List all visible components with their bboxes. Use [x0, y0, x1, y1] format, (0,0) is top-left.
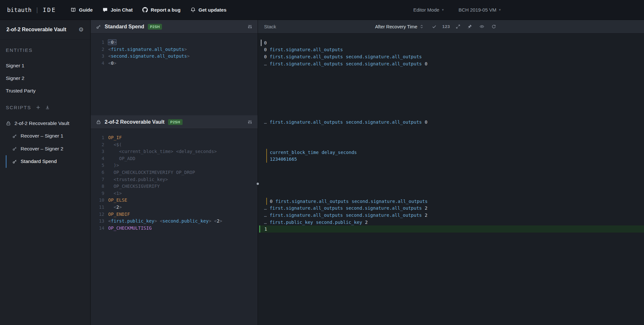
github-icon — [142, 7, 148, 13]
stack-item: second.public_key — [316, 220, 362, 225]
pin-icon[interactable] — [464, 24, 476, 29]
code-line[interactable]: 6 OP_CHECKLOCKTIMEVERIFY OP_DROP — [91, 169, 258, 176]
code-line[interactable]: 12OP_ENDIF — [91, 211, 258, 218]
stack-item: … — [264, 61, 267, 66]
stack-item: 1 — [264, 226, 267, 232]
eye-icon[interactable] — [476, 24, 488, 29]
sliders-icon[interactable] — [247, 119, 252, 125]
number-format-toggle[interactable]: 123 — [440, 24, 452, 29]
book-icon — [71, 7, 76, 13]
stack-row: …first.signature.all_outputssecond.signa… — [258, 212, 644, 219]
stack-item: 0 — [264, 40, 267, 45]
stack-item: current_block_time — [270, 150, 319, 155]
code-line[interactable]: 2 <$( — [91, 141, 258, 148]
code-editor-locking[interactable]: 1OP_IF2 <$(3 <current_block_time> <delay… — [91, 129, 258, 232]
key-icon — [12, 134, 17, 139]
stack-row: 0first.signature.all_outputssecond.signa… — [258, 53, 644, 60]
stack-row: …first.signature.all_outputssecond.signa… — [258, 205, 644, 212]
scripts-list: 2-of-2 Recoverable Vault Recover – Signe… — [0, 117, 90, 168]
entities-label: ENTITIES — [6, 47, 33, 53]
stack-row: 0first.signature.all_outputs — [258, 46, 644, 53]
line-number: 2 — [91, 46, 104, 53]
stack-item: first.signature.all_outputs — [270, 213, 343, 218]
key-icon — [12, 159, 17, 164]
line-number: 8 — [91, 183, 104, 190]
maximize-icon[interactable] — [452, 24, 464, 29]
chevron-down-icon: ▾ — [442, 8, 444, 12]
sidebar-script-vault[interactable]: 2-of-2 Recoverable Vault — [0, 117, 90, 130]
code-line[interactable]: 13<first.public_key> <second.public_key>… — [91, 218, 258, 225]
stack-item: 0 — [270, 199, 272, 204]
scripts-section-header: SCRIPTS — [0, 101, 90, 114]
stack-item: first.signature.all_outputs — [275, 199, 349, 204]
add-script-icon[interactable] — [36, 105, 41, 110]
lock-icon — [96, 119, 101, 125]
stack-header: Stack After Recovery Time 123 — [258, 20, 644, 33]
code-line[interactable]: 3 <current_block_time> <delay_seconds> — [91, 148, 258, 155]
sidebar-script-recover-signer-2[interactable]: Recover – Signer 2 — [6, 142, 90, 155]
vm-label: BCH 2019-05 VM — [459, 7, 497, 13]
top-bar: bitauth | IDE Guide Join Chat Report a b… — [0, 0, 644, 20]
stack-row: …first.signature.all_outputssecond.signa… — [258, 119, 644, 126]
script-label: Recover – Signer 1 — [21, 133, 63, 139]
vm-select[interactable]: BCH 2019-05 VM ▾ — [459, 7, 501, 13]
script-label: 2-of-2 Recoverable Vault — [14, 120, 69, 126]
code-line[interactable]: 14OP_CHECKMULTISIG — [91, 225, 258, 232]
code-line[interactable]: 4 OP_ADD — [91, 155, 258, 162]
evaluation-panel: Stack After Recovery Time 123 — [258, 20, 644, 325]
code-line[interactable]: 1<0> — [91, 39, 258, 46]
script-title: 2-of-2 Recoverable Vault — [105, 119, 165, 125]
nav-label: Get updates — [199, 7, 227, 13]
code-editor-unlocking[interactable]: 1<0>2<first.signature.all_outputs>3<seco… — [91, 33, 258, 67]
stack-item: first.signature.all_outputs — [270, 61, 343, 66]
script-label: Recover – Signer 2 — [21, 146, 63, 152]
code-line[interactable]: 5 )> — [91, 162, 258, 169]
code-line[interactable]: 11 <2> — [91, 204, 258, 211]
import-script-icon[interactable] — [45, 105, 50, 110]
join-chat-link[interactable]: Join Chat — [102, 7, 133, 13]
stack-row: …first.signature.all_outputssecond.signa… — [258, 60, 644, 67]
bitauth-logo[interactable]: bitauth | IDE — [7, 6, 56, 13]
code-line[interactable]: 7 <trusted.public_key> — [91, 176, 258, 183]
sliders-icon[interactable] — [247, 24, 252, 29]
p2sh-badge: P2SH — [148, 24, 162, 30]
scenario-select[interactable]: After Recovery Time — [375, 24, 424, 29]
template-title: 2-of-2 Recoverable Vault — [6, 27, 66, 33]
editor-mode-select[interactable]: Editor Mode ▾ — [413, 7, 444, 13]
unlocking-script-section: Standard Spend P2SH 1<0>2<first.signatur… — [91, 20, 258, 115]
check-icon[interactable] — [428, 24, 440, 29]
sidebar-item-signer-2[interactable]: Signer 2 — [0, 72, 90, 84]
stack-item: delay_seconds — [322, 150, 357, 155]
code-line[interactable]: 4<0> — [91, 60, 258, 67]
panel-resize-handle[interactable] — [257, 183, 259, 185]
sidebar-item-trusted-party[interactable]: Trusted Party — [0, 84, 90, 97]
script-editor-panel: Standard Spend P2SH 1<0>2<first.signatur… — [91, 20, 258, 325]
line-number: 1 — [91, 134, 104, 141]
gear-icon[interactable]: ⚙ — [79, 27, 84, 33]
code-line[interactable]: 1OP_IF — [91, 134, 258, 141]
line-number: 10 — [91, 197, 104, 204]
stack-row: 1234061665 — [266, 156, 644, 163]
report-bug-link[interactable]: Report a bug — [142, 7, 181, 13]
reset-icon[interactable] — [488, 24, 500, 29]
stack-row: 1 — [259, 225, 644, 233]
code-line[interactable]: 8 OP_CHECKSIGVERIFY — [91, 183, 258, 190]
code-line[interactable]: 2<first.signature.all_outputs> — [91, 46, 258, 53]
sidebar-script-standard-spend[interactable]: Standard Spend — [6, 155, 90, 168]
stack-item: … — [264, 213, 267, 218]
sidebar-item-signer-1[interactable]: Signer 1 — [0, 59, 90, 72]
code-line[interactable]: 3<second.signature.all_outputs> — [91, 53, 258, 60]
logo-ide-text: IDE — [43, 6, 56, 13]
line-number: 1 — [91, 39, 104, 46]
stack-item: … — [264, 119, 267, 125]
nav-label: Guide — [79, 7, 93, 13]
code-line[interactable]: 10OP_ELSE — [91, 197, 258, 204]
guide-link[interactable]: Guide — [71, 7, 93, 13]
nav-label: Report a bug — [151, 7, 181, 13]
get-updates-link[interactable]: Get updates — [190, 7, 227, 13]
stack-item: … — [264, 220, 267, 225]
code-line[interactable]: 9 <1> — [91, 190, 258, 197]
line-number: 6 — [91, 169, 104, 176]
stack-item: second.signature.all_outputs — [346, 61, 422, 66]
sidebar-script-recover-signer-1[interactable]: Recover – Signer 1 — [6, 130, 90, 143]
